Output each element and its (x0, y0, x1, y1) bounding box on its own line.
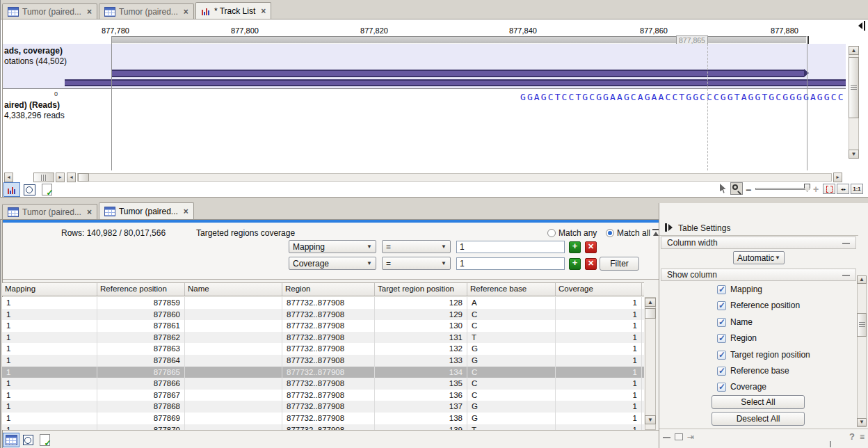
checkbox-reference-base[interactable] (717, 367, 726, 376)
checkbox-mapping[interactable] (717, 285, 726, 294)
element-info-view-button[interactable] (36, 433, 53, 447)
settings-scroll-thumb[interactable] (857, 313, 867, 337)
settings-scrollbar[interactable] (857, 275, 867, 427)
transcript-annotation-bar[interactable] (65, 79, 846, 86)
filter1-operator-dropdown[interactable]: =▼ (382, 240, 451, 253)
table-row[interactable]: 1877859877732..877908128A1 (2, 297, 644, 309)
close-icon[interactable]: × (87, 209, 92, 216)
match-all-label[interactable]: Match all (617, 228, 650, 238)
column-header-reference-base[interactable]: Reference base (467, 283, 556, 296)
column-width-dropdown[interactable]: Automatic▼ (733, 251, 785, 264)
column-header-coverage[interactable]: Coverage (556, 283, 642, 296)
bottom-tab-2[interactable]: Tumor (paired...× (99, 202, 194, 219)
table-row[interactable]: 1877861877732..877908130C1 (2, 320, 644, 332)
scroll-down-button[interactable]: ▼ (645, 415, 656, 424)
table-row[interactable]: 1877867877732..877908136C1 (2, 390, 644, 401)
hscroll-thumb[interactable] (78, 173, 89, 182)
top-tab-1[interactable]: Tumor (paired...× (2, 3, 97, 19)
checkbox-label[interactable]: Mapping (730, 285, 762, 294)
close-icon[interactable]: × (87, 8, 92, 15)
checkbox-region[interactable] (717, 334, 726, 343)
hscroll-left-button[interactable]: ◂ (4, 173, 13, 182)
table-row[interactable]: 1877865877732..877908134C1 (2, 367, 644, 378)
hscroll-left-button2[interactable]: ◂ (67, 173, 76, 182)
scroll-up-button[interactable]: ▲ (849, 46, 859, 55)
folder-icon[interactable] (675, 433, 683, 440)
table-row[interactable]: 1877862877732..877908131T1 (2, 332, 644, 344)
top-tab-3[interactable]: * Track List× (195, 2, 271, 19)
column-header-region[interactable]: Region (282, 283, 375, 296)
bottom-tab-1[interactable]: Tumor (paired...× (2, 204, 97, 219)
column-header-mapping[interactable]: Mapping (2, 283, 97, 296)
history-view-button[interactable] (21, 182, 38, 197)
dock-panel-icon[interactable]: ⇥ (687, 432, 694, 442)
track-list-view-button[interactable] (3, 182, 20, 197)
show-column-section-header[interactable]: Show column (661, 269, 856, 281)
checkbox-label[interactable]: Coverage (730, 382, 766, 392)
splitter-handle[interactable] (33, 173, 54, 182)
column-width-section-header[interactable]: Column width (661, 237, 856, 249)
filter1-value-input[interactable]: 1 (456, 241, 565, 253)
close-icon[interactable]: × (184, 208, 188, 215)
element-info-view-button[interactable] (38, 182, 55, 197)
checkbox-label[interactable]: Region (730, 333, 757, 343)
minimize-icon[interactable] (842, 243, 850, 244)
table-row[interactable]: 1877863877732..877908132G1 (2, 343, 644, 355)
column-header-reference-position[interactable]: Reference position (97, 283, 185, 296)
filter2-operator-dropdown[interactable]: =▼ (382, 257, 451, 270)
zoom-in-icon[interactable]: + (813, 184, 819, 195)
scroll-up-button[interactable]: ▲ (857, 275, 867, 284)
column-header-name[interactable]: Name (185, 283, 282, 296)
hscroll-right-button[interactable]: ▸ (56, 173, 65, 182)
checkbox-label[interactable]: Target region position (730, 350, 810, 360)
side-panel-icon[interactable] (665, 223, 673, 232)
remove-filter-button[interactable]: ✕ (585, 258, 597, 270)
match-any-radio[interactable] (547, 229, 556, 237)
checkbox-coverage[interactable] (717, 383, 726, 392)
fit-width-button[interactable]: ◂--▸ (837, 184, 849, 194)
filter-button[interactable]: Filter (600, 257, 639, 271)
filter1-column-dropdown[interactable]: Mapping▼ (289, 240, 376, 253)
scroll-down-button[interactable]: ▼ (857, 418, 867, 426)
table-row[interactable]: 1877870877732..877908139T1 (2, 424, 644, 430)
checkbox-label[interactable]: Reference base (730, 366, 789, 376)
zoom-100-button[interactable]: 1:1 (851, 184, 863, 194)
table-row[interactable]: 1877860877732..877908129C1 (2, 309, 644, 321)
filter2-column-dropdown[interactable]: Coverage▼ (289, 257, 376, 270)
zoom-to-selection-button[interactable] (823, 184, 835, 194)
table-view-button[interactable] (3, 433, 19, 447)
checkbox-reference-position[interactable] (717, 301, 726, 310)
table-body[interactable]: 1877859877732..877908128A11877860877732.… (2, 297, 644, 430)
remove-filter-button[interactable]: ✕ (585, 241, 597, 253)
minimize-icon[interactable] (842, 275, 850, 276)
gene-annotation-bar[interactable] (111, 70, 804, 77)
add-filter-button[interactable]: + (569, 241, 581, 253)
close-icon[interactable]: × (184, 8, 188, 15)
checkbox-target-region-position[interactable] (717, 351, 726, 360)
minimize-all-icon[interactable] (663, 437, 670, 438)
match-any-label[interactable]: Match any (558, 228, 597, 238)
table-row[interactable]: 1877869877732..877908138G1 (2, 413, 644, 424)
zoom-out-icon[interactable]: − (746, 184, 751, 195)
filter2-value-input[interactable]: 1 (456, 257, 565, 270)
close-icon[interactable]: × (261, 8, 266, 15)
hscroll-right-button2[interactable]: ▸ (833, 173, 842, 182)
scroll-down-button[interactable]: ▼ (849, 150, 859, 159)
table-row[interactable]: 1877868877732..877908137G1 (2, 401, 644, 413)
deselect-all-button[interactable]: Deselect All (712, 412, 805, 426)
add-filter-button[interactable]: + (569, 258, 581, 270)
zoom-slider-track[interactable] (755, 188, 810, 190)
match-all-radio[interactable] (606, 229, 614, 237)
collapse-panel-icon[interactable] (858, 21, 867, 31)
help-icon[interactable]: ? (849, 431, 855, 442)
zoom-in-tool-button[interactable] (730, 182, 743, 195)
select-all-button[interactable]: Select All (712, 395, 805, 409)
checkbox-name[interactable] (717, 318, 726, 327)
top-tab-2[interactable]: Tumor (paired...× (99, 3, 194, 19)
panel-menu-icon[interactable]: ≡ (860, 432, 865, 442)
checkbox-label[interactable]: Reference position (730, 301, 800, 310)
scroll-up-button[interactable]: ▲ (645, 298, 656, 307)
table-scroll-thumb[interactable] (645, 308, 656, 319)
history-view-button[interactable] (19, 433, 36, 447)
table-row[interactable]: 1877864877732..877908133G1 (2, 355, 644, 367)
